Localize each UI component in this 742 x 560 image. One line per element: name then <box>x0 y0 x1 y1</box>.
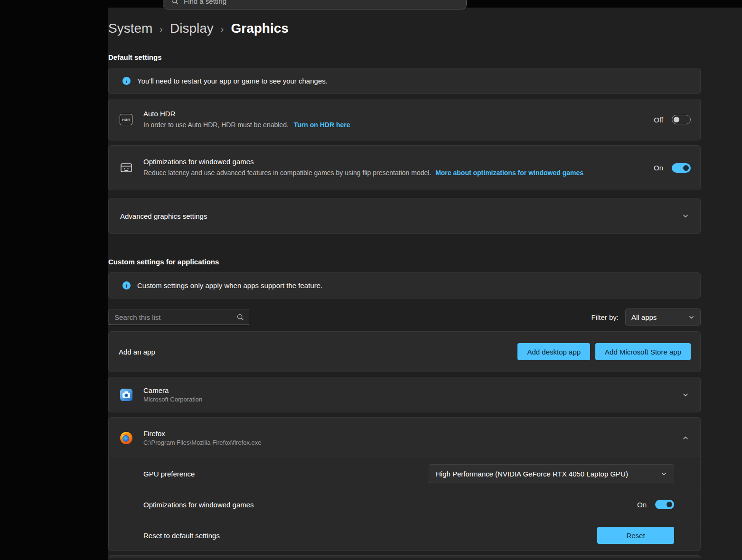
toggle-knob <box>674 117 679 122</box>
advanced-graphics-label: Advanced graphics settings <box>120 212 207 220</box>
find-setting-search[interactable]: Find a setting <box>163 0 467 9</box>
more-about-optimizations-link[interactable]: More about optimizations for windowed ga… <box>435 169 583 177</box>
chevron-down-icon <box>682 213 689 219</box>
reset-row: Reset to default settings Reset <box>109 520 700 551</box>
page-title: Graphics <box>231 21 289 36</box>
auto-hdr-state-label: Off <box>654 116 663 124</box>
chevron-up-icon <box>682 435 689 441</box>
toggle-knob <box>683 165 689 171</box>
add-desktop-app-button[interactable]: Add desktop app <box>517 343 590 360</box>
info-icon: i <box>122 77 131 85</box>
firefox-icon <box>120 431 133 445</box>
breadcrumb-item-system[interactable]: System <box>108 21 152 36</box>
camera-row[interactable]: Camera Microsoft Corporation <box>108 377 701 412</box>
gpu-preference-value: High Performance (NVIDIA GeForce RTX 405… <box>436 470 628 478</box>
firefox-icon-col <box>109 431 143 445</box>
advanced-graphics-row[interactable]: Advanced graphics settings <box>108 198 701 234</box>
breadcrumb: System › Display › Graphics <box>108 21 701 36</box>
restart-banner: i You'll need to restart your app or gam… <box>108 68 701 94</box>
auto-hdr-description: In order to use Auto HDR, HDR must be en… <box>143 121 289 129</box>
firefox-path: C:\Program Files\Mozilla Firefox\firefox… <box>143 439 682 446</box>
list-controls: Filter by: All apps <box>108 308 701 326</box>
filter-value: All apps <box>631 313 657 321</box>
windowed-games-card: Optimizations for windowed games Reduce … <box>108 145 701 190</box>
camera-icon <box>120 389 132 401</box>
auto-hdr-card: HDR Auto HDR In order to use Auto HDR, H… <box>108 99 701 140</box>
custom-settings-banner-text: Custom settings only apply when apps sup… <box>137 281 322 289</box>
breadcrumb-separator: › <box>221 22 224 35</box>
firefox-group: Firefox C:\Program Files\Mozilla Firefox… <box>108 417 701 551</box>
add-store-app-button[interactable]: Add Microsoft Store app <box>595 343 691 360</box>
search-box <box>108 309 249 325</box>
windowed-games-icon <box>120 162 132 174</box>
find-setting-placeholder: Find a setting <box>184 0 226 5</box>
auto-hdr-title: Auto HDR <box>143 110 654 118</box>
windowed-games-title: Optimizations for windowed games <box>143 158 654 166</box>
firefox-optimizations-toggle[interactable] <box>655 500 674 509</box>
windowed-games-state-label: On <box>654 164 663 172</box>
windowed-games-toggle[interactable] <box>672 163 691 173</box>
search-icon <box>237 314 244 321</box>
gpu-preference-row: GPU preference High Performance (NVIDIA … <box>109 458 700 489</box>
breadcrumb-item-display[interactable]: Display <box>170 21 214 36</box>
turn-on-hdr-link[interactable]: Turn on HDR here <box>294 121 350 129</box>
breadcrumb-separator: › <box>160 22 163 35</box>
filter-dropdown[interactable]: All apps <box>625 308 701 326</box>
next-card-peek <box>108 555 701 558</box>
search-icon <box>171 0 178 5</box>
section-title-default-settings: Default settings <box>108 53 701 61</box>
restart-banner-text: You'll need to restart your app or game … <box>137 77 328 85</box>
hdr-icon: HDR <box>120 114 132 125</box>
gpu-preference-label: GPU preference <box>143 470 195 478</box>
content-panel: Find a setting System › Display › Graphi… <box>108 0 742 560</box>
windowed-games-icon-col <box>109 162 143 174</box>
chevron-down-icon <box>661 471 667 477</box>
settings-window: Find a setting System › Display › Graphi… <box>0 0 742 560</box>
filter-group: Filter by: All apps <box>591 308 701 326</box>
firefox-optimizations-label: Optimizations for windowed games <box>143 501 254 509</box>
camera-icon-col <box>109 389 143 401</box>
windowed-games-description: Reduce latency and use advanced features… <box>143 169 431 177</box>
add-app-card: Add an app Add desktop app Add Microsoft… <box>108 331 701 372</box>
auto-hdr-icon-col: HDR <box>109 114 143 125</box>
firefox-header-row[interactable]: Firefox C:\Program Files\Mozilla Firefox… <box>109 418 700 458</box>
chevron-down-icon <box>682 392 689 398</box>
search-input[interactable] <box>108 309 249 325</box>
firefox-optimizations-row: Optimizations for windowed games On <box>109 489 700 520</box>
add-app-label: Add an app <box>119 348 155 356</box>
gpu-preference-dropdown[interactable]: High Performance (NVIDIA GeForce RTX 405… <box>429 464 674 483</box>
info-icon: i <box>122 281 131 289</box>
camera-name: Camera <box>143 386 682 394</box>
reset-label: Reset to default settings <box>143 532 220 540</box>
section-title-custom-settings: Custom settings for applications <box>108 258 701 266</box>
custom-settings-banner: i Custom settings only apply when apps s… <box>108 272 701 299</box>
toggle-knob <box>667 502 672 507</box>
camera-publisher: Microsoft Corporation <box>143 396 682 403</box>
auto-hdr-toggle[interactable] <box>672 115 691 124</box>
firefox-optimizations-state-label: On <box>637 501 647 509</box>
reset-button[interactable]: Reset <box>597 527 674 544</box>
chevron-down-icon <box>688 314 695 320</box>
filter-label: Filter by: <box>591 313 619 321</box>
firefox-name: Firefox <box>143 429 682 438</box>
